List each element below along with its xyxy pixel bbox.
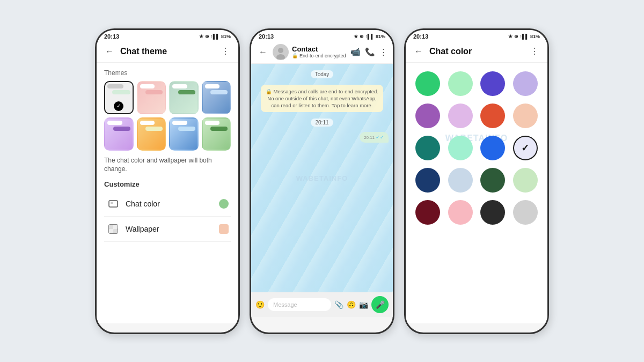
theme-desc: The chat color and wallpaper will both c… (104, 156, 231, 174)
customize-label: Customize (104, 180, 231, 188)
color-pale-green[interactable] (513, 168, 538, 193)
chat-back-button[interactable]: ← (257, 46, 269, 58)
chat-color-item[interactable]: Chat color (104, 191, 231, 217)
color-teal[interactable] (415, 136, 440, 160)
theme-item-6[interactable] (137, 117, 166, 151)
color-blue[interactable] (480, 136, 505, 160)
mic-button[interactable]: 🎤 (371, 296, 389, 313)
sticker-button[interactable]: 🙃 (347, 300, 356, 309)
time-2: 20:13 (259, 33, 274, 40)
svg-rect-5 (109, 229, 113, 233)
system-message: 🔒 Messages and calls are end-to-end encr… (261, 85, 383, 113)
attachment-button[interactable]: 📎 (334, 300, 343, 309)
theme-item-5[interactable] (104, 117, 134, 151)
time-label: 20:11 (311, 119, 333, 127)
theme-item-7[interactable] (169, 117, 199, 151)
msg-time: 20:11 (364, 135, 375, 140)
status-icons-1: ★ ⊕ ↑▌▌ 81% (199, 34, 231, 39)
status-icons-2: ★ ⊕ ↑▌▌ 81% (354, 34, 385, 39)
color-forest[interactable] (480, 168, 505, 193)
status-icons-text-3: ★ ⊕ ↑▌▌ 81% (508, 34, 540, 39)
status-bar-3: 20:13 ★ ⊕ ↑▌▌ 81% (406, 30, 547, 41)
color-red-orange[interactable] (480, 104, 505, 128)
color-light-blue[interactable] (513, 136, 538, 160)
theme-item-3[interactable] (169, 81, 199, 114)
color-green[interactable] (415, 71, 440, 96)
svg-rect-4 (113, 225, 118, 229)
msg-time-row: 20:11 ✓✓ (364, 135, 384, 140)
phone-1: 20:13 ★ ⊕ ↑▌▌ 81% ← Chat theme ⋮ Themes … (95, 28, 240, 334)
back-button-1[interactable]: ← (103, 45, 116, 58)
color-grid-screen: WABETAINFO (406, 63, 547, 323)
app-bar-1: ← Chat theme ⋮ (97, 41, 238, 63)
chat-actions: 📹 📞 ⋮ (350, 47, 387, 57)
phone-3: 20:13 ★ ⊕ ↑▌▌ 81% ← Chat color ⋮ WABETAI… (404, 28, 549, 334)
camera-button[interactable]: 📷 (359, 300, 368, 309)
color-light-green[interactable] (448, 71, 473, 96)
theme-item-2[interactable] (137, 81, 166, 114)
contact-info: Contact 🔒 End-to-end encrypted (292, 45, 347, 58)
voice-call-button[interactable]: 📞 (365, 47, 375, 57)
message-input[interactable]: Message (268, 298, 331, 311)
chat-color-label: Chat color (126, 200, 214, 208)
svg-rect-0 (109, 201, 118, 207)
app-bar-3: ← Chat color ⋮ (406, 41, 547, 63)
color-pink[interactable] (448, 200, 473, 225)
svg-rect-1 (111, 202, 113, 204)
chat-theme-title: Chat theme (120, 47, 215, 56)
theme-item-8[interactable] (202, 117, 231, 151)
color-lavender[interactable] (448, 104, 473, 128)
time-1: 20:13 (104, 33, 119, 40)
status-icons-text-2: ★ ⊕ ↑▌▌ 81% (354, 34, 385, 39)
video-call-button[interactable]: 📹 (350, 47, 361, 57)
time-3: 20:13 (413, 33, 428, 40)
wallpaper-label: Wallpaper (126, 225, 214, 233)
status-bar-1: 20:13 ★ ⊕ ↑▌▌ 81% (97, 30, 238, 41)
svg-rect-6 (113, 229, 118, 233)
menu-button-1[interactable]: ⋮ (219, 45, 232, 58)
chat-body: WABETAINFO Today 🔒 Messages and calls ar… (251, 64, 393, 292)
wallpaper-icon (106, 222, 120, 236)
chat-app-bar: ← Contact 🔒 End-to-end encrypted 📹 📞 ⋮ (251, 41, 393, 64)
chat-menu-button[interactable]: ⋮ (379, 47, 387, 57)
theme-screen-content: Themes ✓ (97, 63, 238, 323)
contact-avatar (273, 44, 289, 60)
emoji-button[interactable]: 🙂 (255, 300, 265, 309)
chat-color-preview (219, 199, 229, 209)
color-sky[interactable] (448, 168, 473, 193)
chat-color-icon (106, 197, 120, 211)
contact-name: Contact (292, 45, 347, 53)
color-mint[interactable] (448, 136, 473, 160)
status-icons-3: ★ ⊕ ↑▌▌ 81% (508, 34, 540, 39)
theme-item-1[interactable]: ✓ (104, 81, 134, 114)
wallpaper-item[interactable]: Wallpaper (104, 217, 231, 242)
chat-input-bar: 🙂 Message 📎 🙃 📷 🎤 (251, 292, 393, 317)
status-icons-text-1: ★ ⊕ ↑▌▌ 81% (199, 34, 231, 39)
color-silver[interactable] (513, 200, 538, 225)
color-light-purple[interactable] (513, 71, 538, 96)
theme-item-4[interactable] (202, 81, 231, 114)
svg-point-8 (278, 48, 283, 53)
status-bar-2: 20:13 ★ ⊕ ↑▌▌ 81% (251, 30, 393, 41)
tick-icon: ✓✓ (376, 135, 384, 140)
color-maroon[interactable] (415, 200, 440, 225)
svg-rect-3 (109, 225, 113, 229)
menu-button-3[interactable]: ⋮ (528, 45, 541, 58)
color-indigo[interactable] (480, 71, 505, 96)
themes-label: Themes (104, 69, 231, 77)
color-navy[interactable] (415, 168, 440, 193)
color-grid (414, 69, 539, 227)
chat-color-title: Chat color (429, 47, 524, 56)
phone-2: 20:13 ★ ⊕ ↑▌▌ 81% ← Contact 🔒 End-to-end… (250, 28, 394, 334)
color-purple[interactable] (415, 104, 440, 128)
wallpaper-preview (219, 224, 229, 234)
date-divider: Today (311, 70, 334, 78)
color-dark[interactable] (480, 200, 505, 225)
message-placeholder: Message (273, 301, 297, 308)
color-peach[interactable] (513, 104, 538, 128)
back-button-3[interactable]: ← (412, 45, 425, 58)
encrypted-label: 🔒 End-to-end encrypted (292, 53, 347, 58)
theme-check-1: ✓ (114, 101, 123, 111)
themes-grid: ✓ (104, 81, 231, 151)
chat-messages: Today 🔒 Messages and calls are end-to-en… (251, 64, 393, 292)
